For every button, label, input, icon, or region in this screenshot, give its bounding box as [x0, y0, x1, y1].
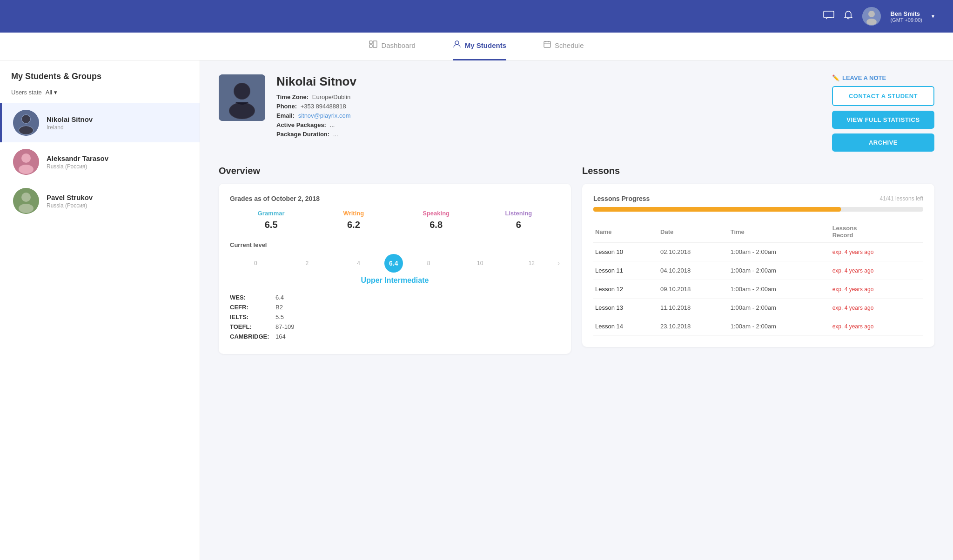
nav-label-schedule: Schedule: [555, 41, 584, 49]
score-wes: WES: 6.4: [230, 294, 560, 301]
lesson-name: Lesson 10: [593, 243, 658, 261]
tick-0: 0: [230, 260, 282, 267]
bell-icon[interactable]: [844, 10, 853, 23]
svg-rect-8: [544, 41, 550, 47]
svg-point-2: [868, 11, 875, 17]
svg-rect-6: [373, 41, 377, 47]
col-name: Name: [593, 221, 658, 243]
lessons-title: Lessons: [582, 166, 934, 176]
user-dropdown-icon[interactable]: ▾: [932, 13, 934, 20]
nav-item-schedule[interactable]: Schedule: [544, 33, 584, 60]
svg-point-26: [234, 83, 250, 99]
col-record: LessonsRecord: [831, 221, 923, 243]
score-val-wes: 6.4: [275, 294, 284, 301]
grade-listening: Listening 6: [477, 210, 560, 230]
sidebar-title: My Students & Groups: [0, 72, 200, 89]
student-name-nikolai: Nikolai Sitnov: [47, 115, 93, 123]
lessons-table-header: Name Date Time LessonsRecord: [593, 221, 923, 243]
grades-title: Grades as of October 2, 2018: [230, 195, 560, 202]
lesson-time: 1:00am - 2:00am: [729, 261, 831, 280]
score-val-cefr: B2: [275, 304, 283, 311]
user-info: Ben Smits (GMT +09:00): [890, 10, 922, 23]
score-cefr: CEFR: B2: [230, 304, 560, 311]
profile-email: Email: sitnov@playrix.com: [276, 112, 821, 119]
contact-student-button[interactable]: CONTACT A STUDENT: [832, 86, 934, 106]
chat-icon[interactable]: [823, 11, 834, 22]
users-state-value[interactable]: All ▾: [46, 89, 57, 96]
grade-value-speaking: 6.8: [395, 220, 477, 230]
profile-timezone: Time Zone: Europe/Dublin: [276, 93, 821, 100]
level-dot: 6.4: [384, 254, 403, 273]
svg-rect-4: [369, 41, 372, 44]
score-val-cambridge: 164: [275, 333, 286, 340]
lesson-record: exp. 4 years ago: [831, 299, 923, 317]
nav-item-my-students[interactable]: My Students: [453, 33, 506, 60]
avatar-nikolai: [13, 110, 39, 136]
avatar-pavel: [13, 188, 39, 214]
grade-value-grammar: 6.5: [230, 220, 312, 230]
leave-note-button[interactable]: ✏️ LEAVE A NOTE: [832, 74, 934, 81]
lessons-section: Lessons Lessons Progress 41/41 lessons l…: [582, 166, 934, 354]
student-country-nikolai: Ireland: [47, 124, 93, 131]
sidebar: My Students & Groups Users state All ▾: [0, 60, 200, 560]
col-time: Time: [729, 221, 831, 243]
col-date: Date: [658, 221, 729, 243]
student-info-aleksandr: Aleksandr Tarasov Russia (Россия): [47, 154, 108, 170]
lesson-name: Lesson 14: [593, 317, 658, 336]
level-name: Upper Intermediate: [230, 276, 560, 285]
lesson-date: 09.10.2018: [658, 280, 729, 299]
profile-packages: Active Packages: ...: [276, 121, 821, 128]
svg-point-3: [866, 19, 877, 25]
lesson-record: exp. 4 years ago: [831, 243, 923, 261]
svg-point-18: [21, 153, 31, 163]
svg-point-19: [19, 165, 34, 174]
users-state-filter: Users state All ▾: [0, 89, 200, 103]
avatar-aleksandr: [13, 149, 39, 175]
tick-4: 4: [333, 260, 384, 267]
score-key-ielts: IELTS:: [230, 313, 272, 320]
lesson-name: Lesson 13: [593, 299, 658, 317]
lesson-date: 23.10.2018: [658, 317, 729, 336]
table-row: Lesson 14 23.10.2018 1:00am - 2:00am exp…: [593, 317, 923, 336]
svg-point-22: [19, 204, 34, 213]
lesson-time: 1:00am - 2:00am: [729, 280, 831, 299]
email-link[interactable]: sitnov@playrix.com: [298, 112, 351, 119]
nav-item-dashboard[interactable]: Dashboard: [369, 33, 415, 60]
lesson-date: 04.10.2018: [658, 261, 729, 280]
grade-grammar: Grammar 6.5: [230, 210, 312, 230]
svg-point-27: [229, 103, 255, 119]
lesson-date: 11.10.2018: [658, 299, 729, 317]
student-country-pavel: Russia (Россия): [47, 202, 93, 209]
svg-rect-0: [824, 11, 834, 18]
level-arrow-icon: ›: [557, 259, 560, 267]
student-item-aleksandr[interactable]: Aleksandr Tarasov Russia (Россия): [0, 142, 200, 181]
two-col-layout: Overview Grades as of October 2, 2018 Gr…: [219, 166, 934, 354]
lessons-table: Name Date Time LessonsRecord Lesson 10 0…: [593, 221, 923, 336]
profile-info: Nikolai Sitnov Time Zone: Europe/Dublin …: [276, 74, 821, 140]
table-row: Lesson 10 02.10.2018 1:00am - 2:00am exp…: [593, 243, 923, 261]
table-row: Lesson 13 11.10.2018 1:00am - 2:00am exp…: [593, 299, 923, 317]
lesson-name: Lesson 11: [593, 261, 658, 280]
nav-label-my-students: My Students: [465, 41, 506, 49]
header: Ben Smits (GMT +09:00) ▾: [0, 0, 953, 33]
view-statistics-button[interactable]: VIEW FULL STATISTICS: [832, 111, 934, 129]
lesson-date: 02.10.2018: [658, 243, 729, 261]
student-name-aleksandr: Aleksandr Tarasov: [47, 154, 108, 162]
score-cambridge: CAMBRIDGE: 164: [230, 333, 560, 340]
header-actions: Ben Smits (GMT +09:00) ▾: [823, 7, 934, 26]
level-slider: 0 2 4 6.4 8 10 12 ›: [230, 254, 560, 273]
score-table: WES: 6.4 CEFR: B2 IELTS: 5.5 TOEFL:: [230, 294, 560, 340]
profile-actions: ✏️ LEAVE A NOTE CONTACT A STUDENT VIEW F…: [832, 74, 934, 152]
user-avatar: [862, 7, 881, 26]
score-key-cefr: CEFR:: [230, 304, 272, 311]
lesson-name: Lesson 12: [593, 280, 658, 299]
student-item-nikolai[interactable]: Nikolai Sitnov Ireland: [0, 103, 200, 142]
tick-10: 10: [454, 260, 506, 267]
main-layout: My Students & Groups Users state All ▾: [0, 60, 953, 560]
users-state-label: Users state: [11, 89, 42, 96]
tick-2: 2: [282, 260, 333, 267]
table-row: Lesson 12 09.10.2018 1:00am - 2:00am exp…: [593, 280, 923, 299]
lessons-progress-header: Lessons Progress 41/41 lessons left: [593, 195, 923, 202]
archive-button[interactable]: ARCHIVE: [832, 133, 934, 152]
student-item-pavel[interactable]: Pavel Strukov Russia (Россия): [0, 181, 200, 220]
